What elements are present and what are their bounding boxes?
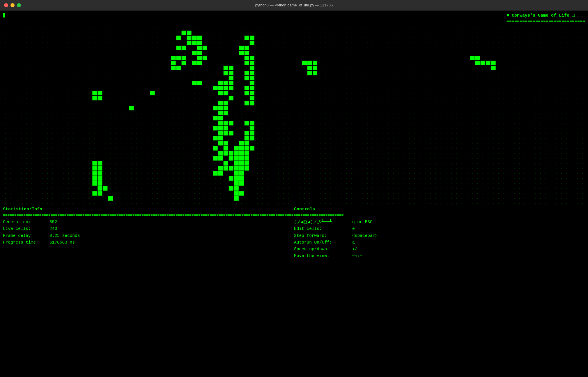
edit-label: Edit cells: <box>294 226 352 232</box>
maximize-button[interactable] <box>17 3 21 7</box>
terminal-area[interactable]: ■ Conways's Game of Life □ =============… <box>0 10 588 377</box>
speed-value: +/- <box>352 246 360 253</box>
autorun-value: a <box>352 239 355 246</box>
live-cells-value: 240 <box>49 226 57 232</box>
close-button[interactable] <box>4 3 8 7</box>
game-header: ■ Conways's Game of Life □ =============… <box>3 13 585 25</box>
header-divider: ============================== <box>506 19 585 24</box>
quit-row: (ノ◕益◕)ノ彡┻━━┻ q or ESC <box>294 219 585 226</box>
speed-label: Speed up/down: <box>294 246 352 253</box>
quit-label: (ノ◕益◕)ノ彡┻━━┻ <box>294 219 352 226</box>
frame-delay-row: Frame delay: 0.25 seconds <box>3 232 294 239</box>
frame-delay-value: 0.25 seconds <box>49 232 80 239</box>
move-value: ⇐⇑⇓⇒ <box>352 253 362 259</box>
frame-delay-label: Frame delay: <box>3 232 49 239</box>
game-grid <box>3 25 585 206</box>
live-cells-row: Live cells: 240 <box>3 226 294 232</box>
progress-label: Progress time: <box>3 239 49 246</box>
section-headers: Statistics/Info Controls <box>3 207 585 212</box>
stats-column: Generation: 852 Live cells: 240 Frame de… <box>3 219 294 259</box>
edit-value: e <box>352 226 355 232</box>
minimize-button[interactable] <box>10 3 15 7</box>
generation-value: 852 <box>49 219 57 226</box>
window-controls[interactable] <box>4 3 21 7</box>
move-label: Move the view: <box>294 253 352 259</box>
generation-label: Generation: <box>3 219 49 226</box>
stats-controls: Generation: 852 Live cells: 240 Frame de… <box>3 219 585 259</box>
titlebar: python3 — Python game_of_life.py — 111×3… <box>0 0 588 10</box>
edit-row: Edit cells: e <box>294 226 585 232</box>
step-label: Step forward: <box>294 232 352 239</box>
step-row: Step forward: <spacebar> <box>294 232 585 239</box>
progress-value: 6178583 ns <box>49 239 75 246</box>
window-title: python3 — Python game_of_life.py — 111×3… <box>255 3 333 7</box>
move-row: Move the view: ⇐⇑⇓⇒ <box>294 253 585 259</box>
step-value: <spacebar> <box>352 232 378 239</box>
progress-row: Progress time: 6178583 ns <box>3 239 294 246</box>
game-title: ■ Conways's Game of Life □ <box>506 13 585 19</box>
bottom-panel: Statistics/Info Controls ===============… <box>3 207 585 260</box>
controls-header: Controls <box>294 207 585 212</box>
cursor-top <box>3 13 5 17</box>
controls-column: (ノ◕益◕)ノ彡┻━━┻ q or ESC Edit cells: e Step… <box>294 219 585 259</box>
live-cells-label: Live cells: <box>3 226 49 232</box>
autorun-label: Autorun On/Off: <box>294 239 352 246</box>
speed-row: Speed up/down: +/- <box>294 246 585 253</box>
game-canvas <box>3 25 585 206</box>
stats-header: Statistics/Info <box>3 207 294 212</box>
generation-row: Generation: 852 <box>3 219 294 226</box>
main-divider: ========================================… <box>3 213 585 218</box>
quit-value: q or ESC <box>352 219 373 226</box>
autorun-row: Autorun On/Off: a <box>294 239 585 246</box>
